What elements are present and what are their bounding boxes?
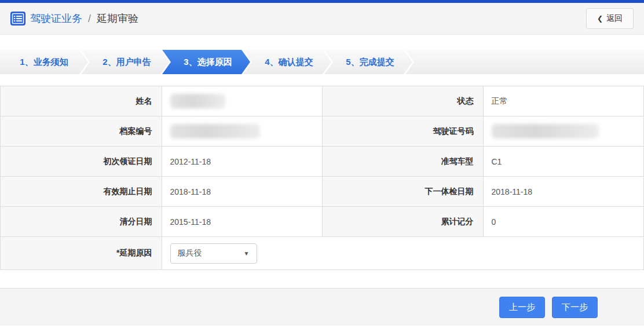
- table-row: 姓名 状态 正常: [1, 86, 643, 116]
- breadcrumb-separator: /: [88, 13, 91, 25]
- field-label-license-number: 驾驶证号码: [322, 116, 483, 146]
- field-value-vehicle-class: C1: [483, 147, 644, 176]
- delay-reason-selected-option: 服兵役: [178, 248, 202, 258]
- table-row-reason: *延期原因 服兵役 ▼: [1, 237, 643, 270]
- redacted-value: [170, 124, 260, 138]
- previous-step-button[interactable]: 上一步: [499, 297, 545, 318]
- field-label-valid-until: 有效期止日期: [1, 177, 162, 206]
- caret-down-icon: ▼: [244, 250, 250, 257]
- step-tab-4[interactable]: 4、确认提交: [243, 50, 331, 74]
- field-value-file-number: [162, 116, 323, 146]
- field-value-delay-reason: 服兵役 ▼: [162, 237, 644, 269]
- step-bar-filler: [405, 50, 644, 74]
- page-header: 驾驶证业务 / 延期审验 ❮ 返回: [0, 3, 644, 35]
- redacted-value: [170, 94, 225, 108]
- table-row: 初次领证日期 2012-11-18 准驾车型 C1: [1, 147, 643, 177]
- step-tab-2[interactable]: 2、用户申告: [81, 50, 169, 74]
- action-footer: 上一步 下一步: [0, 288, 644, 326]
- field-label-file-number: 档案编号: [1, 116, 162, 146]
- field-label-first-issue-date: 初次领证日期: [1, 147, 162, 176]
- delay-reason-select[interactable]: 服兵役 ▼: [170, 243, 257, 264]
- field-value-valid-until: 2018-11-18: [162, 177, 323, 206]
- field-value-accumulated-points: 0: [483, 207, 644, 236]
- back-button[interactable]: ❮ 返回: [586, 8, 634, 29]
- step-wizard-bar: 1、业务须知 2、用户申告 3、选择原因 4、确认提交 5、完成提交: [0, 50, 644, 74]
- field-label-name: 姓名: [1, 86, 162, 116]
- field-value-first-issue-date: 2012-11-18: [162, 147, 323, 176]
- field-value-name: [162, 86, 323, 116]
- chevron-left-icon: ❮: [597, 14, 603, 23]
- field-label-accumulated-points: 累计记分: [322, 207, 483, 236]
- page: 驾驶证业务 / 延期审验 ❮ 返回 1、业务须知 2、用户申告 3、选择原因 4…: [0, 0, 644, 332]
- list-icon: [10, 12, 25, 25]
- step-tab-3-active[interactable]: 3、选择原因: [162, 50, 250, 74]
- field-value-license-number: [483, 116, 644, 146]
- next-step-button[interactable]: 下一步: [552, 297, 598, 318]
- license-detail-table: 姓名 状态 正常 档案编号 驾驶证号码 初次领证日期 2012-11-18 准驾…: [0, 86, 644, 270]
- step-tab-1[interactable]: 1、业务须知: [0, 50, 88, 74]
- page-title-primary: 驾驶证业务: [30, 12, 82, 25]
- field-label-delay-reason: *延期原因: [1, 237, 162, 269]
- table-row: 档案编号 驾驶证号码: [1, 116, 643, 147]
- field-label-status: 状态: [322, 86, 483, 116]
- page-title-secondary: 延期审验: [97, 12, 138, 25]
- step-tab-5[interactable]: 5、完成提交: [324, 50, 412, 74]
- field-label-vehicle-class: 准驾车型: [322, 147, 483, 176]
- back-button-label: 返回: [606, 13, 623, 24]
- table-row: 有效期止日期 2018-11-18 下一体检日期 2018-11-18: [1, 177, 643, 207]
- field-value-points-clear-date: 2015-11-18: [162, 207, 323, 236]
- field-label-next-physical-date: 下一体检日期: [322, 177, 483, 206]
- breadcrumb: 驾驶证业务 / 延期审验: [10, 12, 138, 25]
- field-value-next-physical-date: 2018-11-18: [483, 177, 644, 206]
- table-row: 清分日期 2015-11-18 累计记分 0: [1, 207, 643, 237]
- redacted-value: [492, 124, 599, 138]
- field-label-points-clear-date: 清分日期: [1, 207, 162, 236]
- field-value-status: 正常: [483, 86, 644, 116]
